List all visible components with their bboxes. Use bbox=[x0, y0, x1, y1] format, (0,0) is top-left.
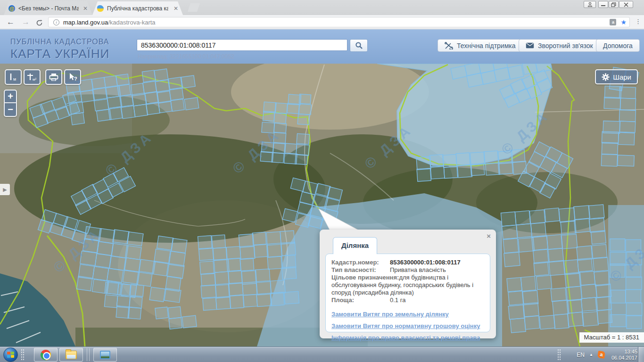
ownership-info-link[interactable]: Інформація про право власності та речові… bbox=[331, 334, 484, 341]
url-text[interactable]: map.land.gov.ua/kadastrova-karta bbox=[63, 19, 156, 26]
order-valuation-link[interactable]: Замовити Витяг про нормативну грошову оц… bbox=[331, 322, 484, 329]
system-tray: EN ▲ a 13:45 06.04.2017 bbox=[577, 347, 637, 362]
maximize-button[interactable] bbox=[609, 1, 619, 8]
tab-title: <Без темы> - Почта Ма bbox=[18, 5, 79, 12]
new-tab-button[interactable] bbox=[188, 3, 200, 12]
tray-grip bbox=[557, 349, 561, 361]
tab-close-icon[interactable]: ✕ bbox=[173, 5, 179, 12]
taskbar: EN ▲ a 13:45 06.04.2017 bbox=[0, 346, 644, 362]
url-path: /kadastrova-karta bbox=[108, 19, 155, 26]
map-scale: Масштаб = 1 : 8531 bbox=[579, 332, 644, 343]
popup-tab-dilyanka[interactable]: Ділянка bbox=[333, 237, 377, 254]
qmark: ? bbox=[74, 76, 77, 82]
windows-logo-icon bbox=[7, 352, 14, 358]
logo-line2: КАРТА УКРАЇНИ bbox=[10, 47, 110, 61]
taskbar-separator bbox=[89, 348, 90, 361]
zoom-control: + − bbox=[4, 90, 17, 117]
photo-viewer-icon bbox=[100, 351, 110, 359]
search-button[interactable] bbox=[350, 39, 368, 52]
unit2: м² bbox=[33, 77, 37, 82]
site-logo[interactable]: ПУБЛІЧНА КАДАСТРОВА КАРТА УКРАЇНИ bbox=[10, 38, 110, 61]
order-extract-link[interactable]: Замовити Витяг про земельну ділянку bbox=[331, 311, 484, 318]
cadastral-number-row: Кадастр.номер:8536300000:01:008:0117 bbox=[331, 259, 484, 266]
map-viewport[interactable]: © ДЗА © ДЗА © ДЗА © ДЗА © ДЗА © ДЗА м м … bbox=[0, 64, 644, 346]
sidebar-expand-button[interactable]: ▶ bbox=[0, 184, 10, 195]
ukraine-map-icon bbox=[97, 5, 104, 12]
logo-line1: ПУБЛІЧНА КАДАСТРОВА bbox=[10, 38, 110, 46]
tab-cadastral-map[interactable]: Публічна кадастрова ка ✕ bbox=[92, 1, 183, 15]
chrome-icon bbox=[41, 350, 51, 360]
taskbar-grip bbox=[21, 349, 25, 361]
taskbar-photo-viewer-button[interactable] bbox=[93, 348, 117, 362]
tools-icon bbox=[445, 42, 453, 49]
minimize-button[interactable] bbox=[598, 1, 608, 8]
tab-close-icon[interactable]: ✕ bbox=[82, 5, 89, 12]
measure-area-button[interactable]: м² м² bbox=[24, 69, 41, 85]
identify-button[interactable]: ? bbox=[64, 69, 81, 85]
print-button[interactable] bbox=[45, 69, 62, 85]
tab-mail[interactable]: @ <Без темы> - Почта Ма ✕ bbox=[4, 1, 92, 15]
zoom-in-button[interactable]: + bbox=[4, 90, 17, 103]
date: 06.04.2017 bbox=[611, 355, 637, 361]
tray-expand-icon[interactable]: ▲ bbox=[589, 353, 593, 357]
clock[interactable]: 13:45 06.04.2017 bbox=[611, 349, 637, 361]
start-button[interactable] bbox=[3, 347, 18, 362]
close-button[interactable] bbox=[619, 1, 633, 8]
button-label: Технічна підтримка bbox=[457, 42, 516, 49]
unit: м bbox=[13, 77, 16, 82]
popup-close-icon[interactable]: × bbox=[487, 232, 491, 240]
screen: @ <Без темы> - Почта Ма ✕ Публічна кадас… bbox=[0, 0, 644, 362]
parcel-info-popup: × Ділянка Кадастр.номер:8536300000:01:00… bbox=[320, 230, 496, 338]
browser-toolbar: ← → i map.land.gov.ua/kadastrova-karta a… bbox=[0, 15, 644, 29]
gear-icon bbox=[602, 73, 610, 81]
tech-support-button[interactable]: Технічна підтримка bbox=[438, 39, 523, 52]
purpose-row: Цільове призначення:для будівництва і об… bbox=[331, 274, 484, 296]
printer-icon bbox=[49, 73, 58, 82]
popup-content: Кадастр.номер:8536300000:01:008:0117 Тип… bbox=[325, 254, 490, 332]
chevron-right-icon: ▶ bbox=[3, 187, 7, 193]
layers-label: Шари bbox=[613, 73, 631, 81]
help-button[interactable]: Допомога bbox=[596, 39, 640, 52]
zoom-out-button[interactable]: − bbox=[4, 103, 17, 117]
back-icon[interactable]: ← bbox=[7, 16, 15, 28]
search-hint: Наприклад: 3221655100:01:047:0052 bbox=[138, 53, 234, 60]
map-toolbar: м м м² м² ? bbox=[5, 69, 81, 85]
mailru-at-icon: @ bbox=[8, 5, 15, 12]
taskbar-explorer-button[interactable] bbox=[59, 348, 83, 362]
taskbar-separator bbox=[87, 348, 87, 361]
cadastral-search-input[interactable] bbox=[137, 39, 347, 51]
reload-icon[interactable] bbox=[36, 18, 43, 30]
show-desktop-button[interactable] bbox=[638, 347, 644, 362]
envelope-icon bbox=[526, 42, 534, 49]
address-bar[interactable]: i map.land.gov.ua/kadastrova-karta a ★ bbox=[48, 17, 630, 27]
page-info-icon[interactable]: i bbox=[53, 19, 59, 25]
folder-icon bbox=[66, 351, 77, 359]
forward-icon: → bbox=[22, 16, 30, 28]
layers-button[interactable]: Шари bbox=[595, 69, 638, 84]
chrome-menu-icon[interactable]: ⋮ bbox=[635, 18, 641, 25]
language-indicator[interactable]: EN bbox=[577, 352, 585, 358]
translate-icon[interactable]: a bbox=[610, 19, 616, 25]
time: 13:45 bbox=[611, 349, 637, 355]
search-icon bbox=[355, 41, 363, 49]
button-label: Допомога bbox=[603, 42, 633, 49]
area-row: Площа:0.1 га bbox=[331, 296, 484, 304]
browser-titlebar: @ <Без темы> - Почта Ма ✕ Публічна кадас… bbox=[0, 0, 644, 15]
site-header: ПУБЛІЧНА КАДАСТРОВА КАРТА УКРАЇНИ Наприк… bbox=[0, 29, 644, 64]
taskbar-chrome-button[interactable] bbox=[34, 348, 58, 362]
avast-icon[interactable]: a bbox=[597, 351, 605, 359]
tab-title: Публічна кадастрова ка bbox=[107, 5, 168, 12]
bookmark-star-icon[interactable]: ★ bbox=[620, 18, 627, 26]
measure-length-button[interactable]: м м bbox=[5, 69, 22, 85]
url-host: map.land.gov.ua bbox=[63, 19, 108, 26]
ownership-type-row: Тип власності:Приватна власність bbox=[331, 266, 484, 274]
profile-icon[interactable] bbox=[584, 1, 596, 8]
feedback-button[interactable]: Зворотний зв'язок bbox=[519, 39, 600, 52]
button-label: Зворотний зв'язок bbox=[538, 42, 593, 49]
cursor-question-icon: ? bbox=[67, 73, 78, 82]
